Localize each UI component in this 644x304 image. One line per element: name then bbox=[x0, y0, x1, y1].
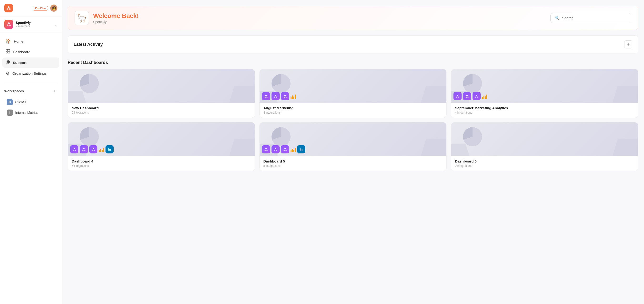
org-section[interactable]: Spontivly 2 members ⌄ bbox=[0, 17, 62, 33]
integration-icon-sep-2 bbox=[463, 92, 471, 100]
preview-circle-september bbox=[463, 74, 482, 93]
card-meta-new: 0 integrations bbox=[72, 111, 251, 114]
integration-icon-5-1 bbox=[262, 145, 270, 154]
integration-icon-1 bbox=[262, 92, 270, 100]
preview-circle-august bbox=[272, 74, 290, 93]
integration-icon-5-2 bbox=[272, 145, 280, 154]
svg-point-27 bbox=[458, 97, 459, 98]
svg-point-17 bbox=[264, 97, 266, 98]
preview-shape-5 bbox=[420, 139, 446, 156]
preview-circle-5 bbox=[272, 127, 290, 146]
dashboard-card-august[interactable]: August Marketing 4 integrations bbox=[259, 69, 447, 118]
svg-point-23 bbox=[284, 97, 284, 98]
svg-point-45 bbox=[266, 150, 268, 151]
integration-icon-5-3 bbox=[281, 145, 289, 154]
card-title-6: Dashboard 6 bbox=[455, 159, 634, 163]
integration-icon-4-3 bbox=[89, 145, 98, 154]
integration-icon-sep-1 bbox=[454, 92, 462, 100]
search-input[interactable] bbox=[562, 16, 627, 20]
user-avatar[interactable]: 🧑 bbox=[50, 5, 58, 12]
workspace-label-internal: Internal Metrics bbox=[15, 111, 38, 114]
svg-point-2 bbox=[9, 8, 11, 10]
workspaces-title: Workspaces bbox=[4, 89, 24, 93]
svg-point-36 bbox=[75, 150, 76, 151]
add-activity-button[interactable]: + bbox=[624, 40, 632, 48]
preview-circle-4 bbox=[80, 127, 99, 146]
gear-icon: ⚙ bbox=[6, 71, 10, 76]
svg-point-29 bbox=[466, 97, 467, 98]
card-title-september: September Marketing Analytics bbox=[455, 106, 634, 110]
dashboard-card-september[interactable]: September Marketing Analytics 4 integrat… bbox=[451, 69, 638, 118]
svg-point-37 bbox=[83, 148, 84, 149]
bar-chart-icon-september bbox=[482, 94, 487, 99]
svg-point-21 bbox=[276, 97, 277, 98]
svg-point-43 bbox=[265, 148, 267, 149]
welcome-banner: 🦙 Welcome Back! Spontivly 🔍 bbox=[68, 6, 638, 30]
svg-point-5 bbox=[9, 25, 11, 26]
add-workspace-button[interactable]: + bbox=[51, 88, 58, 94]
svg-point-26 bbox=[456, 97, 457, 98]
dashboard-card-4[interactable]: in Dashboard 4 5 integrations bbox=[68, 122, 255, 171]
app-logo[interactable] bbox=[4, 4, 13, 13]
svg-point-1 bbox=[7, 8, 8, 10]
bar-chart-icon-august bbox=[290, 94, 296, 99]
sidebar-item-org-settings[interactable]: ⚙ Organization Settings bbox=[2, 68, 59, 78]
integrations-row-5: in bbox=[262, 145, 305, 154]
dashboard-card-5[interactable]: in Dashboard 5 5 integrations bbox=[259, 122, 447, 171]
card-preview-new bbox=[68, 69, 255, 103]
preview-shape-august bbox=[420, 86, 446, 103]
svg-point-41 bbox=[92, 150, 93, 151]
svg-point-49 bbox=[284, 148, 286, 149]
search-box[interactable]: 🔍 bbox=[550, 13, 632, 23]
card-body-4: Dashboard 4 5 integrations bbox=[68, 156, 255, 171]
workspaces-header: Workspaces + bbox=[4, 88, 58, 94]
pro-plan-badge[interactable]: Pro Plan bbox=[33, 6, 48, 11]
dashboard-card-6[interactable]: Dashboard 6 0 integrations bbox=[451, 122, 638, 171]
card-body-6: Dashboard 6 0 integrations bbox=[451, 156, 638, 171]
preview-shape-4 bbox=[229, 139, 255, 156]
card-preview-4: in bbox=[68, 122, 255, 156]
dashboard-icon bbox=[6, 49, 10, 55]
preview-shape-september bbox=[612, 86, 638, 103]
workspace-badge-i: I bbox=[7, 109, 13, 116]
dashboards-grid: New Dashboard 0 integrations bbox=[68, 69, 638, 171]
svg-point-25 bbox=[457, 95, 458, 96]
recent-dashboards-title: Recent Dashboards bbox=[68, 60, 638, 65]
svg-point-39 bbox=[84, 150, 86, 151]
sidebar-item-dashboard[interactable]: Dashboard bbox=[2, 47, 59, 57]
integrations-row-august bbox=[262, 92, 296, 100]
sidebar-item-support[interactable]: Support bbox=[2, 58, 59, 68]
svg-point-38 bbox=[82, 150, 84, 151]
workspace-item-internal[interactable]: I Internal Metrics bbox=[4, 108, 58, 118]
card-body-new: New Dashboard 0 integrations bbox=[68, 103, 255, 118]
svg-point-35 bbox=[73, 150, 74, 151]
workspace-item-client1[interactable]: C Client 1 bbox=[4, 97, 58, 107]
integrations-row-september bbox=[454, 92, 487, 100]
support-icon bbox=[6, 60, 10, 65]
chevron-down-icon[interactable]: ⌄ bbox=[54, 22, 58, 27]
svg-point-16 bbox=[265, 95, 267, 96]
card-preview-august bbox=[260, 69, 446, 103]
svg-point-30 bbox=[468, 97, 469, 98]
preview-shape2-6 bbox=[451, 144, 470, 156]
activity-title: Latest Activity bbox=[74, 42, 103, 47]
svg-rect-6 bbox=[6, 49, 8, 51]
dashboard-card-new[interactable]: New Dashboard 0 integrations bbox=[68, 69, 255, 118]
welcome-text: Welcome Back! Spontivly bbox=[93, 12, 139, 24]
svg-point-50 bbox=[284, 150, 284, 151]
svg-point-34 bbox=[74, 148, 75, 149]
integration-icon-4-2 bbox=[80, 145, 88, 154]
sidebar: Pro Plan 🧑 Spontivly 2 members ⌄ 🏠 Home bbox=[0, 0, 62, 304]
card-body-august: August Marketing 4 integrations bbox=[260, 103, 446, 118]
card-title-4: Dashboard 4 bbox=[72, 159, 251, 163]
integration-icon-3 bbox=[281, 92, 289, 100]
integration-icon-2 bbox=[272, 92, 280, 100]
svg-point-44 bbox=[264, 150, 266, 151]
sidebar-item-home[interactable]: 🏠 Home bbox=[2, 36, 59, 46]
card-body-5: Dashboard 5 5 integrations bbox=[260, 156, 446, 171]
svg-rect-8 bbox=[6, 52, 8, 53]
svg-point-18 bbox=[266, 97, 268, 98]
preview-circle-6 bbox=[463, 127, 482, 146]
preview-circle bbox=[80, 74, 99, 93]
sidebar-item-home-label: Home bbox=[14, 39, 23, 43]
